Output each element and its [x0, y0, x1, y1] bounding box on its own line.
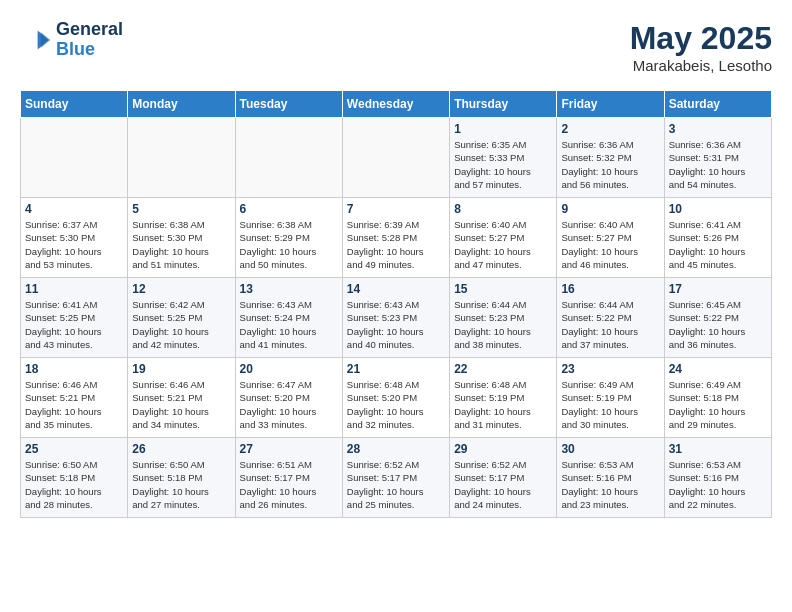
day-info: Sunrise: 6:35 AMSunset: 5:33 PMDaylight:… [454, 138, 552, 191]
day-number: 26 [132, 442, 230, 456]
day-cell: 8Sunrise: 6:40 AMSunset: 5:27 PMDaylight… [450, 198, 557, 278]
day-cell: 24Sunrise: 6:49 AMSunset: 5:18 PMDayligh… [664, 358, 771, 438]
day-info: Sunrise: 6:40 AMSunset: 5:27 PMDaylight:… [454, 218, 552, 271]
day-number: 27 [240, 442, 338, 456]
day-cell: 9Sunrise: 6:40 AMSunset: 5:27 PMDaylight… [557, 198, 664, 278]
day-number: 7 [347, 202, 445, 216]
day-info: Sunrise: 6:41 AMSunset: 5:26 PMDaylight:… [669, 218, 767, 271]
day-cell: 31Sunrise: 6:53 AMSunset: 5:16 PMDayligh… [664, 438, 771, 518]
day-info: Sunrise: 6:36 AMSunset: 5:31 PMDaylight:… [669, 138, 767, 191]
header-cell-saturday: Saturday [664, 91, 771, 118]
day-info: Sunrise: 6:50 AMSunset: 5:18 PMDaylight:… [25, 458, 123, 511]
month-title: May 2025 [630, 20, 772, 57]
day-number: 9 [561, 202, 659, 216]
day-number: 23 [561, 362, 659, 376]
day-number: 13 [240, 282, 338, 296]
day-number: 1 [454, 122, 552, 136]
day-cell: 25Sunrise: 6:50 AMSunset: 5:18 PMDayligh… [21, 438, 128, 518]
page-header: General Blue May 2025 Marakabeis, Lesoth… [20, 20, 772, 74]
day-number: 16 [561, 282, 659, 296]
header-cell-tuesday: Tuesday [235, 91, 342, 118]
day-number: 5 [132, 202, 230, 216]
day-number: 24 [669, 362, 767, 376]
week-row-3: 11Sunrise: 6:41 AMSunset: 5:25 PMDayligh… [21, 278, 772, 358]
day-info: Sunrise: 6:44 AMSunset: 5:22 PMDaylight:… [561, 298, 659, 351]
day-cell: 22Sunrise: 6:48 AMSunset: 5:19 PMDayligh… [450, 358, 557, 438]
week-row-5: 25Sunrise: 6:50 AMSunset: 5:18 PMDayligh… [21, 438, 772, 518]
day-number: 12 [132, 282, 230, 296]
location-subtitle: Marakabeis, Lesotho [630, 57, 772, 74]
day-number: 17 [669, 282, 767, 296]
calendar-header: SundayMondayTuesdayWednesdayThursdayFrid… [21, 91, 772, 118]
day-cell: 14Sunrise: 6:43 AMSunset: 5:23 PMDayligh… [342, 278, 449, 358]
day-number: 29 [454, 442, 552, 456]
day-number: 21 [347, 362, 445, 376]
day-number: 3 [669, 122, 767, 136]
day-number: 25 [25, 442, 123, 456]
header-cell-thursday: Thursday [450, 91, 557, 118]
day-cell: 1Sunrise: 6:35 AMSunset: 5:33 PMDaylight… [450, 118, 557, 198]
day-number: 11 [25, 282, 123, 296]
day-cell [128, 118, 235, 198]
day-cell: 6Sunrise: 6:38 AMSunset: 5:29 PMDaylight… [235, 198, 342, 278]
day-number: 22 [454, 362, 552, 376]
day-number: 2 [561, 122, 659, 136]
day-info: Sunrise: 6:49 AMSunset: 5:19 PMDaylight:… [561, 378, 659, 431]
day-number: 28 [347, 442, 445, 456]
day-info: Sunrise: 6:49 AMSunset: 5:18 PMDaylight:… [669, 378, 767, 431]
day-info: Sunrise: 6:48 AMSunset: 5:20 PMDaylight:… [347, 378, 445, 431]
day-number: 19 [132, 362, 230, 376]
day-number: 14 [347, 282, 445, 296]
day-cell: 10Sunrise: 6:41 AMSunset: 5:26 PMDayligh… [664, 198, 771, 278]
day-cell: 11Sunrise: 6:41 AMSunset: 5:25 PMDayligh… [21, 278, 128, 358]
svg-marker-1 [41, 32, 51, 48]
day-number: 8 [454, 202, 552, 216]
day-cell: 19Sunrise: 6:46 AMSunset: 5:21 PMDayligh… [128, 358, 235, 438]
header-cell-wednesday: Wednesday [342, 91, 449, 118]
day-cell: 12Sunrise: 6:42 AMSunset: 5:25 PMDayligh… [128, 278, 235, 358]
day-cell: 23Sunrise: 6:49 AMSunset: 5:19 PMDayligh… [557, 358, 664, 438]
day-info: Sunrise: 6:53 AMSunset: 5:16 PMDaylight:… [669, 458, 767, 511]
day-number: 18 [25, 362, 123, 376]
header-cell-monday: Monday [128, 91, 235, 118]
week-row-1: 1Sunrise: 6:35 AMSunset: 5:33 PMDaylight… [21, 118, 772, 198]
day-info: Sunrise: 6:43 AMSunset: 5:24 PMDaylight:… [240, 298, 338, 351]
week-row-2: 4Sunrise: 6:37 AMSunset: 5:30 PMDaylight… [21, 198, 772, 278]
day-cell: 15Sunrise: 6:44 AMSunset: 5:23 PMDayligh… [450, 278, 557, 358]
day-cell: 7Sunrise: 6:39 AMSunset: 5:28 PMDaylight… [342, 198, 449, 278]
day-info: Sunrise: 6:37 AMSunset: 5:30 PMDaylight:… [25, 218, 123, 271]
day-number: 31 [669, 442, 767, 456]
day-cell [235, 118, 342, 198]
day-cell [342, 118, 449, 198]
calendar-table: SundayMondayTuesdayWednesdayThursdayFrid… [20, 90, 772, 518]
day-info: Sunrise: 6:38 AMSunset: 5:29 PMDaylight:… [240, 218, 338, 271]
day-cell: 28Sunrise: 6:52 AMSunset: 5:17 PMDayligh… [342, 438, 449, 518]
day-info: Sunrise: 6:48 AMSunset: 5:19 PMDaylight:… [454, 378, 552, 431]
logo-line1: General [56, 20, 123, 40]
day-number: 30 [561, 442, 659, 456]
day-cell: 26Sunrise: 6:50 AMSunset: 5:18 PMDayligh… [128, 438, 235, 518]
day-info: Sunrise: 6:51 AMSunset: 5:17 PMDaylight:… [240, 458, 338, 511]
header-cell-sunday: Sunday [21, 91, 128, 118]
day-number: 6 [240, 202, 338, 216]
day-info: Sunrise: 6:44 AMSunset: 5:23 PMDaylight:… [454, 298, 552, 351]
day-cell: 4Sunrise: 6:37 AMSunset: 5:30 PMDaylight… [21, 198, 128, 278]
day-info: Sunrise: 6:40 AMSunset: 5:27 PMDaylight:… [561, 218, 659, 271]
day-info: Sunrise: 6:39 AMSunset: 5:28 PMDaylight:… [347, 218, 445, 271]
day-info: Sunrise: 6:42 AMSunset: 5:25 PMDaylight:… [132, 298, 230, 351]
day-cell: 2Sunrise: 6:36 AMSunset: 5:32 PMDaylight… [557, 118, 664, 198]
day-cell: 29Sunrise: 6:52 AMSunset: 5:17 PMDayligh… [450, 438, 557, 518]
logo-line2: Blue [56, 40, 123, 60]
day-cell [21, 118, 128, 198]
day-cell: 30Sunrise: 6:53 AMSunset: 5:16 PMDayligh… [557, 438, 664, 518]
day-info: Sunrise: 6:41 AMSunset: 5:25 PMDaylight:… [25, 298, 123, 351]
day-info: Sunrise: 6:52 AMSunset: 5:17 PMDaylight:… [454, 458, 552, 511]
day-info: Sunrise: 6:45 AMSunset: 5:22 PMDaylight:… [669, 298, 767, 351]
title-block: May 2025 Marakabeis, Lesotho [630, 20, 772, 74]
day-cell: 17Sunrise: 6:45 AMSunset: 5:22 PMDayligh… [664, 278, 771, 358]
day-info: Sunrise: 6:52 AMSunset: 5:17 PMDaylight:… [347, 458, 445, 511]
day-info: Sunrise: 6:47 AMSunset: 5:20 PMDaylight:… [240, 378, 338, 431]
day-cell: 21Sunrise: 6:48 AMSunset: 5:20 PMDayligh… [342, 358, 449, 438]
day-number: 15 [454, 282, 552, 296]
logo: General Blue [20, 20, 123, 60]
